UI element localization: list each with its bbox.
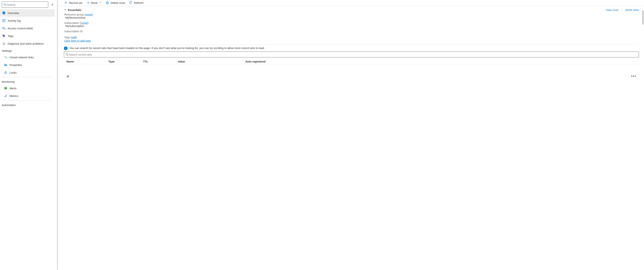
- add-tags-link[interactable]: Click here to add tags: [64, 39, 91, 42]
- col-header-value[interactable]: Value: [178, 60, 245, 63]
- sidebar-item-vnet-links[interactable]: Virtual network links: [2, 53, 53, 61]
- iam-icon: [2, 27, 8, 30]
- svg-rect-29: [106, 2, 108, 4]
- svg-point-15: [6, 58, 6, 58]
- sidebar-item-alerts[interactable]: ! Alerts: [2, 84, 53, 92]
- sidebar-item-label: Virtual network links: [10, 56, 53, 59]
- svg-rect-24: [6, 95, 6, 97]
- essentials-toggle[interactable]: Essentials: [64, 8, 604, 11]
- sidebar-item-locks[interactable]: Locks: [2, 69, 53, 76]
- scrollbar-thumb[interactable]: [642, 10, 644, 25]
- subscription-label: Subscription: [64, 21, 80, 24]
- svg-rect-16: [4, 64, 5, 66]
- sidebar-item-label: Access control (IAM): [8, 27, 55, 30]
- chevron-up-icon: [64, 8, 66, 12]
- svg-line-1: [6, 5, 6, 6]
- metrics-icon: [4, 94, 10, 98]
- sidebar-item-label: Tags: [8, 34, 55, 37]
- essentials-title: Essentials: [68, 8, 82, 11]
- sidebar-heading: Settings: [2, 47, 53, 53]
- dns-icon: DNS: [2, 11, 8, 14]
- col-header-auto[interactable]: Auto registered: [245, 60, 636, 63]
- sidebar-group-settings: Settings Virtual network links Propertie…: [2, 47, 53, 77]
- move-button[interactable]: Move: [86, 1, 102, 4]
- svg-line-10: [5, 29, 6, 29]
- sidebar-item-label: Alerts: [10, 87, 53, 90]
- sidebar-heading: Automation: [2, 102, 53, 108]
- svg-point-0: [4, 3, 6, 5]
- sidebar-item-label: Locks: [10, 71, 53, 74]
- lock-icon: [4, 71, 10, 74]
- json-view-link[interactable]: JSON View: [625, 8, 639, 11]
- more-actions-icon[interactable]: •••: [631, 74, 636, 79]
- table-row[interactable]: @ •••: [64, 65, 639, 79]
- sidebar-item-overview[interactable]: DNS Overview: [0, 9, 55, 17]
- svg-point-34: [66, 53, 68, 55]
- record-set-button[interactable]: Record set: [64, 1, 82, 4]
- sidebar: DNS Overview Activity log Access control…: [0, 0, 56, 270]
- divider: [64, 44, 639, 45]
- tags-edit-link[interactable]: edit: [72, 36, 76, 39]
- sidebar-item-metrics[interactable]: Metrics: [2, 92, 53, 100]
- col-header-name[interactable]: Name: [66, 60, 108, 63]
- vnet-icon: [4, 56, 10, 59]
- refresh-button[interactable]: Refresh: [129, 1, 144, 4]
- svg-rect-23: [5, 96, 6, 97]
- sidebar-item-activity-log[interactable]: Activity log: [0, 17, 55, 24]
- sidebar-item-label: Properties: [10, 63, 53, 66]
- sidebar-item-label: Metrics: [10, 94, 53, 98]
- svg-rect-17: [6, 64, 6, 66]
- essentials-body: Resource group (move) MyResourceGrp Subs…: [64, 13, 639, 42]
- scrollbar[interactable]: [642, 0, 644, 270]
- sidebar-item-label: Diagnose and solve problems: [8, 42, 55, 45]
- sidebar-collapse-toggle[interactable]: [50, 2, 55, 7]
- sidebar-item-diagnose[interactable]: Diagnose and solve problems: [0, 40, 55, 47]
- subscription-value: MySubscription: [64, 24, 639, 27]
- chevron-down-icon: [99, 1, 102, 4]
- svg-point-14: [6, 57, 6, 57]
- sidebar-divider: [56, 0, 58, 270]
- svg-point-25: [6, 95, 7, 95]
- toolbar-label: Refresh: [134, 1, 144, 4]
- trash-icon: [106, 1, 109, 4]
- plus-icon: [64, 1, 68, 4]
- properties-icon: [4, 63, 10, 66]
- search-icon: [4, 3, 6, 6]
- info-banner: i You can search for record sets that ha…: [64, 46, 639, 50]
- tag-icon: [2, 34, 8, 37]
- info-message: You can search for record sets that have…: [69, 46, 639, 50]
- subscription-move-link[interactable]: move: [81, 21, 88, 24]
- separator: [622, 8, 622, 12]
- svg-point-9: [4, 28, 6, 29]
- sidebar-item-tags[interactable]: Tags: [0, 32, 55, 40]
- record-sets-search-input[interactable]: [64, 52, 639, 57]
- col-header-ttl[interactable]: TTL: [143, 60, 178, 63]
- view-cost-link[interactable]: View Cost: [606, 8, 618, 11]
- svg-point-13: [6, 56, 6, 57]
- sidebar-item-iam[interactable]: Access control (IAM): [0, 24, 55, 32]
- delete-zone-button[interactable]: Delete zone: [106, 1, 125, 4]
- svg-rect-18: [6, 64, 7, 66]
- diagnose-icon: [2, 42, 8, 45]
- tags-label: Tags: [64, 36, 70, 39]
- sidebar-item-label: Activity log: [8, 19, 55, 22]
- svg-text:DNS: DNS: [3, 12, 5, 14]
- sidebar-item-properties[interactable]: Properties: [2, 61, 53, 69]
- resource-group-value: MyResourceGrp: [64, 16, 639, 19]
- records-header-row: Name Type TTL Value Auto registered: [64, 58, 639, 65]
- record-name-cell: @: [66, 75, 108, 78]
- svg-text:!: !: [5, 87, 6, 89]
- resource-group-move-link[interactable]: move: [86, 13, 92, 16]
- resource-group-label: Resource group: [64, 13, 84, 16]
- refresh-icon: [129, 1, 132, 4]
- col-header-type[interactable]: Type: [108, 60, 143, 63]
- subscription-id-label: Subscription ID: [64, 30, 639, 33]
- activity-log-icon: [2, 19, 8, 22]
- toolbar-label: Move: [91, 1, 98, 4]
- toolbar-label: Delete zone: [110, 1, 125, 4]
- sidebar-search-input[interactable]: [2, 1, 48, 8]
- arrow-right-icon: [86, 1, 90, 4]
- svg-rect-19: [5, 72, 6, 74]
- sidebar-heading: Monitoring: [2, 78, 53, 84]
- search-icon: [66, 53, 68, 56]
